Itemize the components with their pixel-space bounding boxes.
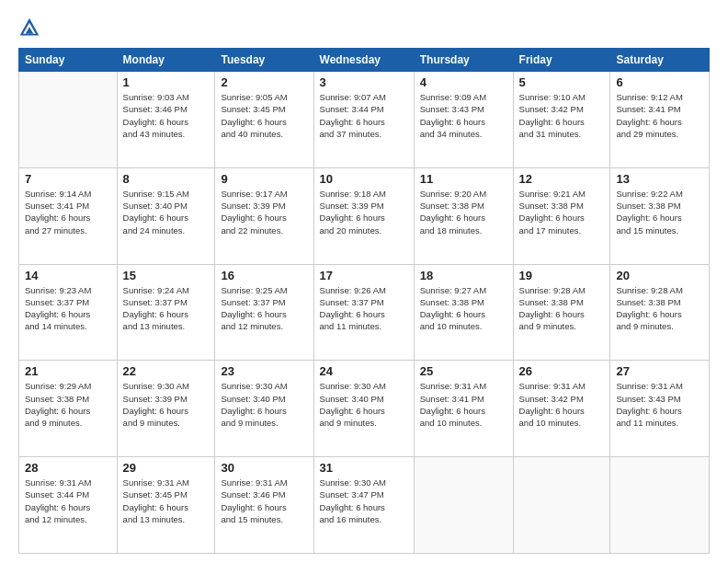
calendar-body: 1Sunrise: 9:03 AMSunset: 3:46 PMDaylight… <box>19 72 710 554</box>
day-number: 23 <box>221 364 307 378</box>
calendar-header-cell: Friday <box>513 49 610 72</box>
day-info: Sunrise: 9:31 AMSunset: 3:45 PMDaylight:… <box>123 477 210 525</box>
calendar-day-cell: 25Sunrise: 9:31 AMSunset: 3:41 PMDayligh… <box>414 361 513 457</box>
calendar-day-cell: 19Sunrise: 9:28 AMSunset: 3:38 PMDayligh… <box>513 264 610 361</box>
calendar-day-cell: 31Sunrise: 9:30 AMSunset: 3:47 PMDayligh… <box>313 457 414 554</box>
calendar-header-cell: Monday <box>117 49 215 72</box>
day-info: Sunrise: 9:20 AMSunset: 3:38 PMDaylight:… <box>420 188 507 236</box>
calendar-header-cell: Saturday <box>610 49 710 72</box>
day-number: 29 <box>123 461 210 475</box>
calendar-day-cell <box>513 457 610 554</box>
calendar-day-cell: 15Sunrise: 9:24 AMSunset: 3:37 PMDayligh… <box>117 264 215 361</box>
calendar-day-cell: 20Sunrise: 9:28 AMSunset: 3:38 PMDayligh… <box>610 264 710 361</box>
day-number: 31 <box>320 461 408 475</box>
calendar-header-cell: Tuesday <box>215 49 313 72</box>
calendar-day-cell: 30Sunrise: 9:31 AMSunset: 3:46 PMDayligh… <box>215 457 313 554</box>
calendar-week-row: 28Sunrise: 9:31 AMSunset: 3:44 PMDayligh… <box>19 457 710 554</box>
calendar-day-cell: 16Sunrise: 9:25 AMSunset: 3:37 PMDayligh… <box>215 264 313 361</box>
calendar-day-cell: 13Sunrise: 9:22 AMSunset: 3:38 PMDayligh… <box>610 167 710 264</box>
calendar-header-row: SundayMondayTuesdayWednesdayThursdayFrid… <box>19 49 710 72</box>
day-info: Sunrise: 9:29 AMSunset: 3:38 PMDaylight:… <box>25 380 111 429</box>
day-info: Sunrise: 9:09 AMSunset: 3:43 PMDaylight:… <box>420 91 507 140</box>
day-number: 26 <box>519 364 605 378</box>
calendar-day-cell: 22Sunrise: 9:30 AMSunset: 3:39 PMDayligh… <box>117 361 215 457</box>
header <box>18 17 710 39</box>
calendar-table: SundayMondayTuesdayWednesdayThursdayFrid… <box>18 48 710 554</box>
calendar-day-cell: 12Sunrise: 9:21 AMSunset: 3:38 PMDayligh… <box>513 167 610 264</box>
day-number: 17 <box>320 269 408 282</box>
day-info: Sunrise: 9:15 AMSunset: 3:40 PMDaylight:… <box>123 188 210 236</box>
calendar-header-cell: Thursday <box>414 49 513 72</box>
calendar-day-cell: 11Sunrise: 9:20 AMSunset: 3:38 PMDayligh… <box>414 167 513 264</box>
day-info: Sunrise: 9:23 AMSunset: 3:37 PMDaylight:… <box>25 284 111 333</box>
day-number: 22 <box>123 364 210 378</box>
calendar-week-row: 14Sunrise: 9:23 AMSunset: 3:37 PMDayligh… <box>19 264 710 361</box>
calendar-day-cell: 10Sunrise: 9:18 AMSunset: 3:39 PMDayligh… <box>313 167 414 264</box>
calendar-day-cell <box>414 457 513 554</box>
day-number: 10 <box>320 172 408 186</box>
day-number: 19 <box>519 269 605 282</box>
calendar-day-cell <box>19 72 118 168</box>
calendar-day-cell: 27Sunrise: 9:31 AMSunset: 3:43 PMDayligh… <box>610 361 710 457</box>
day-number: 14 <box>25 269 111 282</box>
day-info: Sunrise: 9:30 AMSunset: 3:47 PMDaylight:… <box>320 477 408 525</box>
day-number: 11 <box>420 172 507 186</box>
day-info: Sunrise: 9:30 AMSunset: 3:40 PMDaylight:… <box>221 380 307 429</box>
calendar-week-row: 1Sunrise: 9:03 AMSunset: 3:46 PMDaylight… <box>19 72 710 168</box>
day-number: 8 <box>123 172 210 186</box>
day-info: Sunrise: 9:03 AMSunset: 3:46 PMDaylight:… <box>123 91 210 140</box>
day-info: Sunrise: 9:28 AMSunset: 3:38 PMDaylight:… <box>519 284 605 333</box>
day-info: Sunrise: 9:12 AMSunset: 3:41 PMDaylight:… <box>616 91 703 140</box>
day-info: Sunrise: 9:31 AMSunset: 3:41 PMDaylight:… <box>420 380 507 429</box>
calendar-day-cell: 2Sunrise: 9:05 AMSunset: 3:45 PMDaylight… <box>215 72 313 168</box>
day-info: Sunrise: 9:26 AMSunset: 3:37 PMDaylight:… <box>320 284 408 333</box>
day-number: 27 <box>616 364 703 378</box>
day-info: Sunrise: 9:31 AMSunset: 3:43 PMDaylight:… <box>616 380 703 429</box>
day-number: 5 <box>519 75 605 89</box>
calendar-week-row: 7Sunrise: 9:14 AMSunset: 3:41 PMDaylight… <box>19 167 710 264</box>
day-info: Sunrise: 9:25 AMSunset: 3:37 PMDaylight:… <box>221 284 307 333</box>
calendar-header-cell: Wednesday <box>313 49 414 72</box>
day-number: 20 <box>616 269 703 282</box>
day-info: Sunrise: 9:14 AMSunset: 3:41 PMDaylight:… <box>25 188 111 236</box>
day-info: Sunrise: 9:31 AMSunset: 3:46 PMDaylight:… <box>221 477 307 525</box>
calendar-week-row: 21Sunrise: 9:29 AMSunset: 3:38 PMDayligh… <box>19 361 710 457</box>
calendar-day-cell: 6Sunrise: 9:12 AMSunset: 3:41 PMDaylight… <box>610 72 710 168</box>
calendar-day-cell: 24Sunrise: 9:30 AMSunset: 3:40 PMDayligh… <box>313 361 414 457</box>
calendar-day-cell: 14Sunrise: 9:23 AMSunset: 3:37 PMDayligh… <box>19 264 118 361</box>
calendar-day-cell: 18Sunrise: 9:27 AMSunset: 3:38 PMDayligh… <box>414 264 513 361</box>
calendar-day-cell: 21Sunrise: 9:29 AMSunset: 3:38 PMDayligh… <box>19 361 118 457</box>
day-info: Sunrise: 9:31 AMSunset: 3:42 PMDaylight:… <box>519 380 605 429</box>
calendar-day-cell: 17Sunrise: 9:26 AMSunset: 3:37 PMDayligh… <box>313 264 414 361</box>
calendar-day-cell: 23Sunrise: 9:30 AMSunset: 3:40 PMDayligh… <box>215 361 313 457</box>
day-number: 7 <box>25 172 111 186</box>
day-number: 15 <box>123 269 210 282</box>
day-number: 30 <box>221 461 307 475</box>
day-number: 16 <box>221 269 307 282</box>
day-info: Sunrise: 9:21 AMSunset: 3:38 PMDaylight:… <box>519 188 605 236</box>
day-number: 12 <box>519 172 605 186</box>
calendar-day-cell: 28Sunrise: 9:31 AMSunset: 3:44 PMDayligh… <box>19 457 118 554</box>
calendar-day-cell: 4Sunrise: 9:09 AMSunset: 3:43 PMDaylight… <box>414 72 513 168</box>
calendar-day-cell: 8Sunrise: 9:15 AMSunset: 3:40 PMDaylight… <box>117 167 215 264</box>
day-number: 28 <box>25 461 111 475</box>
calendar-header-cell: Sunday <box>19 49 118 72</box>
day-number: 13 <box>616 172 703 186</box>
calendar-day-cell <box>610 457 710 554</box>
calendar-day-cell: 3Sunrise: 9:07 AMSunset: 3:44 PMDaylight… <box>313 72 414 168</box>
logo <box>18 17 44 39</box>
day-number: 21 <box>25 364 111 378</box>
calendar-day-cell: 5Sunrise: 9:10 AMSunset: 3:42 PMDaylight… <box>513 72 610 168</box>
calendar-day-cell: 7Sunrise: 9:14 AMSunset: 3:41 PMDaylight… <box>19 167 118 264</box>
day-info: Sunrise: 9:22 AMSunset: 3:38 PMDaylight:… <box>616 188 703 236</box>
day-number: 9 <box>221 172 307 186</box>
day-info: Sunrise: 9:31 AMSunset: 3:44 PMDaylight:… <box>25 477 111 525</box>
calendar-day-cell: 1Sunrise: 9:03 AMSunset: 3:46 PMDaylight… <box>117 72 215 168</box>
day-number: 24 <box>320 364 408 378</box>
calendar-day-cell: 29Sunrise: 9:31 AMSunset: 3:45 PMDayligh… <box>117 457 215 554</box>
logo-icon <box>18 17 40 39</box>
day-number: 3 <box>320 75 408 89</box>
day-info: Sunrise: 9:10 AMSunset: 3:42 PMDaylight:… <box>519 91 605 140</box>
day-number: 6 <box>616 75 703 89</box>
calendar-day-cell: 9Sunrise: 9:17 AMSunset: 3:39 PMDaylight… <box>215 167 313 264</box>
